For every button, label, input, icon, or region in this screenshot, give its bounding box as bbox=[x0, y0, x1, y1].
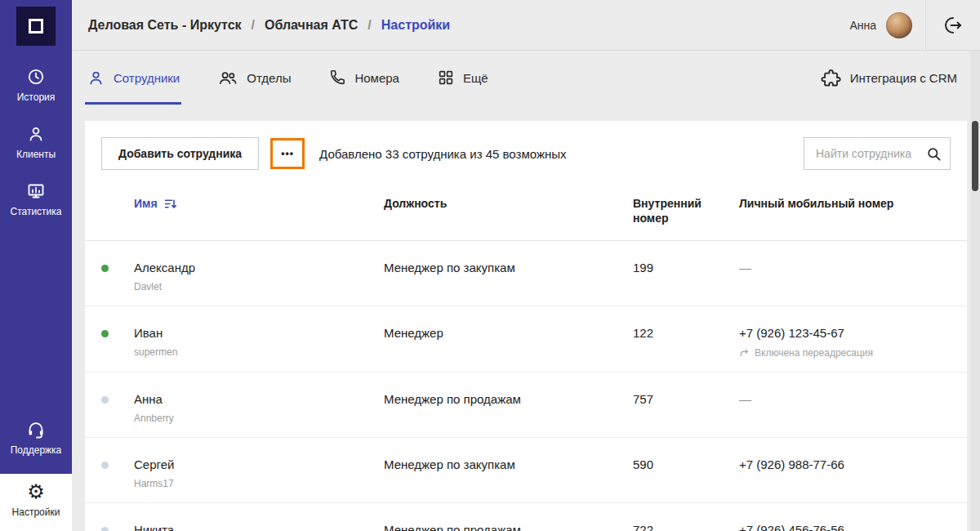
breadcrumb-separator: / bbox=[252, 18, 255, 33]
crm-integration-link[interactable]: Интеграция с CRM bbox=[820, 51, 957, 105]
headset-icon bbox=[2, 420, 70, 440]
call-forwarding-icon bbox=[739, 348, 750, 359]
sidebar-item-clients[interactable]: Клиенты bbox=[0, 116, 72, 170]
table-header-row: Имя Должность Внутренний номер Личный мо… bbox=[85, 185, 967, 241]
person-icon bbox=[2, 124, 70, 144]
forwarding-note: Включена переадресация bbox=[739, 347, 941, 359]
employee-login: Harms17 bbox=[134, 478, 374, 489]
phone-icon bbox=[328, 69, 346, 87]
user-menu[interactable]: Анна bbox=[849, 12, 912, 38]
add-employee-button[interactable]: Добавить сотрудника bbox=[101, 137, 259, 170]
more-actions-button[interactable]: ••• bbox=[270, 138, 305, 169]
tab-numbers[interactable]: Номера bbox=[327, 51, 401, 105]
stats-monitor-icon bbox=[2, 181, 70, 201]
name-column-header[interactable]: Имя bbox=[134, 185, 384, 225]
scrollbar-track[interactable] bbox=[970, 51, 980, 531]
crm-link-label: Интеграция с CRM bbox=[850, 71, 957, 85]
employee-position: Менеджер по продажам bbox=[384, 503, 633, 531]
tab-employees[interactable]: Сотрудники bbox=[85, 51, 181, 105]
tab-more[interactable]: Ещё bbox=[435, 51, 490, 105]
sidebar-item-label: Настройки bbox=[2, 507, 70, 518]
employee-position: Менеджер по закупкам bbox=[384, 241, 633, 288]
employee-row[interactable]: Сергей Harms17 Менеджер по закупкам 590 … bbox=[85, 438, 967, 503]
app-logo[interactable] bbox=[16, 7, 56, 46]
tab-label: Номера bbox=[354, 71, 399, 85]
status-column-header bbox=[101, 185, 134, 211]
status-dot bbox=[101, 265, 109, 272]
tab-label: Сотрудники bbox=[114, 71, 180, 85]
employee-extension: 590 bbox=[633, 438, 739, 484]
employees-count-summary: Добавлено 33 сотрудника из 45 возможных bbox=[319, 147, 566, 161]
search-icon bbox=[926, 146, 942, 162]
employee-name: Иван bbox=[134, 326, 374, 340]
gear-icon: ⚙ bbox=[2, 482, 70, 502]
sidebar-item-settings[interactable]: ⚙ Настройки bbox=[0, 474, 72, 531]
sidebar: История Клиенты Статистика Поддержка ⚙ Н… bbox=[0, 0, 72, 531]
sidebar-item-label: Поддержка bbox=[2, 445, 70, 456]
grid-icon bbox=[437, 69, 455, 87]
employee-position: Менеджер по продажам bbox=[384, 373, 633, 419]
status-dot bbox=[101, 396, 109, 404]
employee-extension: 199 bbox=[633, 241, 739, 288]
people-icon bbox=[217, 69, 238, 87]
user-name: Анна bbox=[849, 19, 876, 32]
mobile-column-header: Личный мобильный номер bbox=[739, 185, 951, 225]
employee-mobile: +7 (926) 456-76-56 bbox=[739, 523, 941, 531]
top-bar: Деловая Сеть - Иркутск / Облачная АТС / … bbox=[72, 0, 980, 51]
employee-mobile: +7 (926) 123-45-67 bbox=[739, 326, 941, 340]
employee-mobile: — bbox=[739, 261, 941, 274]
sidebar-item-history[interactable]: История bbox=[0, 59, 72, 113]
employee-name: Александр bbox=[134, 261, 374, 274]
employee-name: Анна bbox=[134, 392, 374, 406]
breadcrumb-cloud-pbx[interactable]: Облачная АТС bbox=[265, 18, 358, 33]
sidebar-item-label: История bbox=[2, 92, 70, 103]
tabs-bar: Сотрудники Отделы Номера Ещё Интеграция … bbox=[72, 51, 980, 105]
employee-mobile: +7 (926) 988-77-66 bbox=[739, 457, 941, 471]
scrollbar-thumb[interactable] bbox=[972, 121, 978, 191]
logout-button[interactable] bbox=[926, 0, 980, 51]
tab-label: Ещё bbox=[463, 71, 488, 85]
search-input[interactable] bbox=[814, 146, 926, 161]
employees-table-body: Александр Davlet Менеджер по закупкам 19… bbox=[85, 241, 967, 531]
employees-panel: Добавить сотрудника ••• Добавлено 33 сот… bbox=[85, 121, 967, 531]
employee-extension: 122 bbox=[633, 306, 739, 353]
employee-row[interactable]: Никита Leo Менеджер по продажам 722 +7 (… bbox=[85, 503, 967, 531]
sidebar-item-statistics[interactable]: Статистика bbox=[0, 173, 72, 227]
employee-row[interactable]: Иван supermen Менеджер 122 +7 (926) 123-… bbox=[85, 306, 967, 373]
employee-name: Никита bbox=[134, 523, 374, 531]
puzzle-icon bbox=[820, 67, 842, 89]
breadcrumb-separator: / bbox=[368, 18, 371, 33]
logout-icon bbox=[943, 16, 963, 35]
employee-row[interactable]: Анна Annberry Менеджер по продажам 757 — bbox=[85, 373, 967, 438]
employee-position: Менеджер по закупкам bbox=[384, 438, 633, 484]
employee-extension: 722 bbox=[633, 503, 739, 531]
breadcrumb-settings-current: Настройки bbox=[381, 18, 450, 33]
person-icon bbox=[87, 69, 105, 87]
clock-icon bbox=[2, 67, 70, 87]
sidebar-item-label: Клиенты bbox=[2, 149, 70, 160]
employees-toolbar: Добавить сотрудника ••• Добавлено 33 сот… bbox=[85, 121, 967, 181]
extension-column-header: Внутренний номер bbox=[633, 185, 739, 240]
tab-label: Отделы bbox=[247, 71, 291, 85]
forwarding-note-label: Включена переадресация bbox=[755, 347, 873, 359]
employee-login: supermen bbox=[134, 346, 374, 358]
employee-extension: 757 bbox=[633, 373, 739, 419]
sidebar-item-support[interactable]: Поддержка bbox=[0, 412, 72, 466]
sidebar-item-label: Статистика bbox=[2, 207, 70, 217]
avatar bbox=[886, 12, 912, 38]
employee-position: Менеджер bbox=[384, 306, 633, 353]
employee-row[interactable]: Александр Davlet Менеджер по закупкам 19… bbox=[85, 241, 967, 306]
breadcrumb-account[interactable]: Деловая Сеть - Иркутск bbox=[88, 18, 242, 33]
search-box bbox=[804, 137, 951, 170]
employee-name: Сергей bbox=[134, 457, 374, 471]
status-dot bbox=[101, 330, 109, 337]
tab-departments[interactable]: Отделы bbox=[216, 51, 292, 105]
status-dot bbox=[101, 527, 109, 531]
status-dot bbox=[101, 462, 109, 469]
logo-mark-icon bbox=[29, 19, 43, 33]
position-column-header: Должность bbox=[384, 185, 633, 225]
employee-mobile: — bbox=[739, 392, 941, 406]
sort-icon bbox=[164, 199, 176, 209]
employee-login: Davlet bbox=[134, 281, 374, 292]
employee-login: Annberry bbox=[134, 413, 374, 424]
